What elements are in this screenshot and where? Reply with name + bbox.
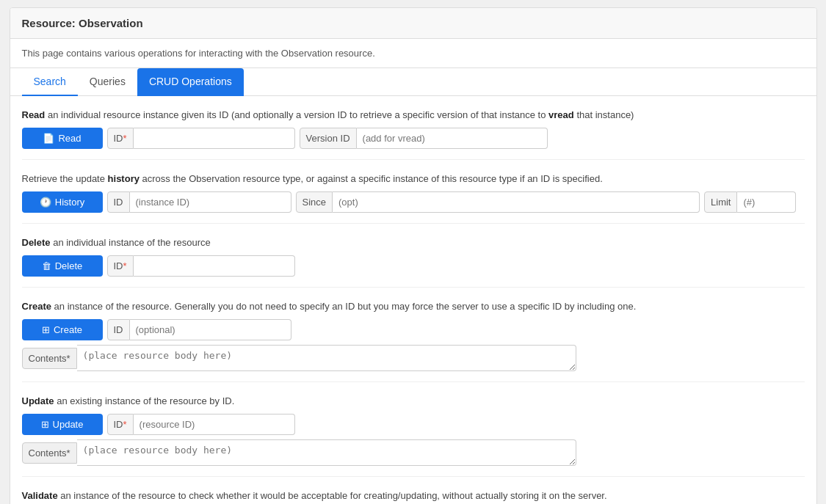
update-id-group: ID* — [107, 414, 295, 435]
create-btn-label: Create — [54, 324, 82, 335]
history-icon: 🕐 — [40, 197, 51, 208]
history-description: Retrieve the update history across the O… — [22, 173, 805, 184]
create-contents-group: Contents* — [22, 345, 576, 371]
validate-description: Validate an instance of the resource to … — [22, 490, 805, 501]
history-id-label: ID — [107, 191, 130, 213]
delete-id-input[interactable] — [134, 255, 295, 277]
create-id-group: ID — [107, 319, 291, 340]
update-desc-text: an existing instance of the resource by … — [57, 395, 234, 406]
update-icon: ⊞ — [41, 419, 49, 430]
update-row: ⊞ Update ID* Contents* — [22, 414, 805, 466]
delete-id-label: ID* — [107, 255, 134, 277]
operation-update: Update an existing instance of the resou… — [22, 382, 805, 477]
create-row: ⊞ Create ID Contents* — [22, 319, 805, 371]
update-contents-input[interactable] — [77, 439, 576, 466]
history-since-input[interactable] — [333, 191, 700, 213]
delete-desc-bold: Delete — [22, 237, 51, 248]
read-icon: 📄 — [43, 133, 54, 144]
update-id-required: * — [123, 419, 127, 430]
page-description: This page contains various operations fo… — [10, 39, 816, 68]
history-button[interactable]: 🕐 History — [22, 191, 103, 213]
validate-desc-bold: Validate — [22, 490, 58, 501]
update-id-label: ID* — [107, 414, 134, 435]
description-text: This page contains various operations fo… — [22, 48, 375, 59]
read-btn-label: Read — [58, 133, 81, 144]
tabs-bar: Search Queries CRUD Operations — [10, 68, 816, 96]
create-id-label: ID — [107, 319, 130, 340]
create-contents-input[interactable] — [77, 345, 576, 371]
create-desc-text: an instance of the resource. Generally y… — [54, 301, 637, 312]
read-id-group: ID* — [107, 128, 295, 149]
read-desc-text: an individual resource instance given it… — [48, 109, 548, 120]
delete-id-required: * — [123, 260, 127, 271]
content-area: Read an individual resource instance giv… — [10, 96, 816, 504]
create-icon: ⊞ — [42, 324, 50, 335]
history-id-input[interactable] — [130, 191, 291, 213]
page-title: Resource: Observation — [22, 17, 805, 29]
create-contents-required: * — [67, 353, 70, 364]
read-id-input[interactable] — [134, 128, 295, 149]
history-limit-group: Limit — [704, 191, 796, 213]
history-desc-bold: history — [108, 173, 140, 184]
tab-crud-label: CRUD Operations — [149, 76, 232, 87]
read-desc-bold: Read — [22, 109, 46, 120]
create-desc-bold: Create — [22, 301, 51, 312]
tab-queries-label: Queries — [90, 76, 126, 87]
read-button[interactable]: 📄 Read — [22, 128, 103, 149]
history-btn-label: History — [55, 197, 84, 208]
tab-search[interactable]: Search — [22, 68, 78, 96]
update-desc-bold: Update — [22, 395, 54, 406]
history-row: 🕐 History ID Since Limit — [22, 191, 805, 213]
update-description: Update an existing instance of the resou… — [22, 395, 805, 406]
read-description: Read an individual resource instance giv… — [22, 109, 805, 120]
read-row: 📄 Read ID* Version ID — [22, 128, 805, 149]
update-id-input[interactable] — [134, 414, 295, 435]
read-versionid-group: Version ID — [300, 128, 548, 149]
operation-validate: Validate an instance of the resource to … — [22, 477, 805, 504]
update-contents-label: Contents* — [22, 442, 77, 464]
history-since-group: Since — [296, 191, 700, 213]
read-desc-vread: vread — [548, 109, 574, 120]
history-since-label: Since — [296, 191, 333, 213]
read-versionid-input[interactable] — [357, 128, 548, 149]
history-limit-input[interactable] — [737, 191, 796, 213]
update-btn-label: Update — [53, 419, 84, 430]
tab-search-label: Search — [34, 76, 66, 87]
update-contents-required: * — [67, 448, 70, 459]
operation-delete: Delete an individual instance of the res… — [22, 224, 805, 288]
operation-read: Read an individual resource instance giv… — [22, 96, 805, 160]
history-desc-text: across the Observation resource type, or… — [142, 173, 603, 184]
history-id-group: ID — [107, 191, 291, 213]
create-id-input[interactable] — [130, 319, 291, 340]
read-id-label: ID* — [107, 128, 134, 149]
delete-button[interactable]: 🗑 Delete — [22, 255, 103, 277]
delete-btn-label: Delete — [55, 260, 83, 271]
read-desc-suffix: that instance) — [576, 109, 634, 120]
tab-crud[interactable]: CRUD Operations — [137, 68, 244, 96]
validate-desc-text: an instance of the resource to check whe… — [60, 490, 606, 501]
create-contents-label: Contents* — [22, 348, 77, 369]
delete-icon: 🗑 — [42, 260, 51, 271]
update-button[interactable]: ⊞ Update — [22, 414, 103, 435]
history-limit-label: Limit — [704, 191, 737, 213]
read-versionid-label: Version ID — [300, 128, 357, 149]
tab-queries[interactable]: Queries — [78, 68, 137, 96]
history-desc-prefix: Retrieve the update — [22, 173, 108, 184]
page-container: Resource: Observation This page contains… — [10, 7, 817, 504]
delete-id-group: ID* — [107, 255, 295, 277]
operation-create: Create an instance of the resource. Gene… — [22, 288, 805, 382]
create-description: Create an instance of the resource. Gene… — [22, 301, 805, 312]
update-contents-group: Contents* — [22, 439, 576, 466]
create-button[interactable]: ⊞ Create — [22, 319, 103, 340]
delete-description: Delete an individual instance of the res… — [22, 237, 805, 248]
page-header: Resource: Observation — [10, 8, 816, 39]
operation-history: Retrieve the update history across the O… — [22, 160, 805, 224]
read-id-required: * — [123, 133, 127, 144]
delete-row: 🗑 Delete ID* — [22, 255, 805, 277]
delete-desc-text: an individual instance of the resource — [53, 237, 211, 248]
